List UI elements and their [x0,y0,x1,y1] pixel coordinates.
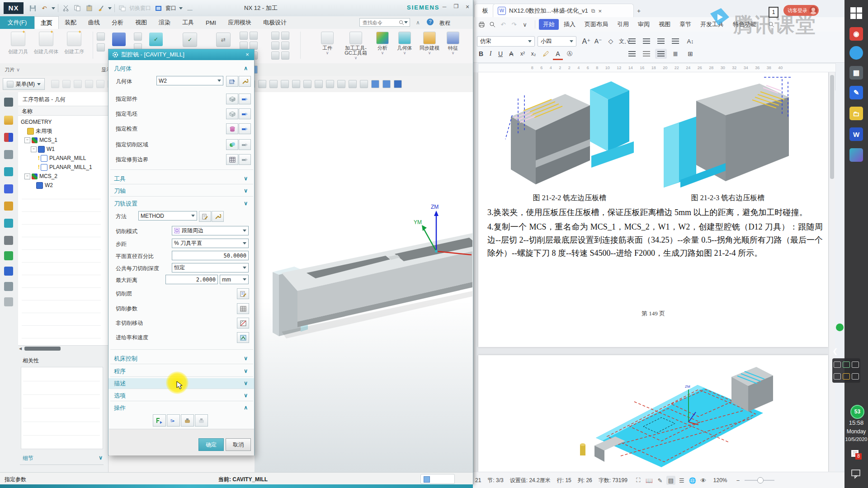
ok-button[interactable]: 确定 [198,438,224,451]
select-geometry-icon[interactable] [226,76,238,87]
collapse-icon[interactable]: − [31,146,37,152]
finder-dropdown-icon[interactable] [404,21,408,25]
wps-vertical-scrollbar[interactable] [829,72,835,472]
navigator-hscrollbar[interactable]: ◀ [18,345,108,352]
window-switch-icon[interactable] [118,4,127,13]
news-icon[interactable]: 8 [851,450,861,460]
zoom-out-icon[interactable]: − [734,476,743,485]
print-preview-icon[interactable] [488,20,497,29]
bullet-list-icon[interactable] [626,36,638,46]
blank-geometry-icon[interactable] [226,108,238,119]
fullscreen-icon[interactable]: ⛶ [634,476,643,485]
geometry-section-header[interactable]: 几何体 [114,65,132,73]
dialog-title-bar[interactable]: 型腔铣 - [CAVITY_MILL] × [108,49,254,60]
chevron-down-icon[interactable]: ∨ [244,188,248,194]
edit-mode-icon[interactable]: ✎ [656,476,665,485]
taskbar-browser-icon[interactable] [849,46,863,60]
tool-axis-section-header[interactable]: 刀轴 [114,187,126,195]
new-tab-button[interactable]: ＋ [628,4,649,18]
undo-icon[interactable]: ↶ [40,4,49,13]
nx-title-bar[interactable]: NX ↶ 切换窗口 [0,0,473,17]
status-mini-panel[interactable] [420,474,455,484]
guest-login-button[interactable]: 访客登录 [783,5,819,16]
check-geometry-icon[interactable] [226,123,238,134]
program-header[interactable]: 程序 [114,367,126,375]
numbered-list-icon[interactable] [641,36,652,46]
close-button[interactable]: × [463,3,472,10]
horizontal-ruler[interactable]: 8 6 4 2 2 4 6 8 10 12 14 16 18 20 22 24 … [478,63,836,72]
tool-section-header[interactable]: 工具 [114,175,126,183]
superscript-icon[interactable]: x² [518,49,528,59]
layout-icon[interactable] [852,373,859,380]
tab-tools[interactable]: 工具 [176,16,200,29]
page-view-icon[interactable]: ▤ [666,476,675,485]
classroom-mini-toolbar[interactable] [832,358,860,383]
feeds-icon[interactable] [237,332,249,343]
cut-area-icon[interactable] [226,139,238,150]
document-tab[interactable]: W NX12.0数控加...-林盛-优化_v1 ⧉ × [493,4,634,18]
undo-icon[interactable]: ↶ [499,20,508,29]
save-icon[interactable] [28,4,37,13]
tree-row-unused[interactable]: 未用项 [18,127,117,136]
machine-control-header[interactable]: 机床控制 [114,355,137,363]
menu-button[interactable]: 菜单(M) [3,78,45,90]
screen-share-icon[interactable] [834,361,841,368]
decrease-font-icon[interactable]: A⁻ [593,36,604,46]
command-finder-input[interactable] [362,19,399,26]
resourcebar-icon-internet[interactable] [4,236,13,245]
cut-area-select-icon[interactable] [239,139,251,150]
taskbar-calculator-icon[interactable]: ▦ [849,66,863,80]
underline-icon[interactable]: U [496,49,505,59]
verify-toolpath-icon[interactable]: ✓ [149,33,163,46]
scroll-left-icon[interactable]: ◀ [19,347,22,351]
hscroll-thumb[interactable] [24,347,61,351]
taskbar-folder-icon[interactable]: 🗀 [849,107,863,120]
options-header[interactable]: 选项 [114,392,126,400]
ribbon-group-feature[interactable]: 特征∨ [444,32,462,55]
taskbar-nx-icon[interactable] [849,148,863,162]
resourcebar-icon-palette[interactable] [4,267,13,276]
member-icon[interactable] [852,361,859,368]
qat-customize-icon[interactable]: ᎗ [185,4,194,13]
wps-tab-pagelayout[interactable]: 页面布局 [580,19,612,30]
taskbar-classroom-icon[interactable]: ◉ [849,27,863,41]
brush-icon[interactable] [96,4,105,13]
cut-params-icon[interactable] [237,303,249,314]
cut-levels-icon[interactable] [237,288,249,299]
mic-icon[interactable] [843,373,850,380]
tab-application[interactable]: 应用模块 [222,16,257,29]
percent-input[interactable]: 50.0000 [172,251,249,260]
document-area[interactable]: 图 21-2-2 铣左边压板槽 图 21-2-3 铣右边压板槽 3.换装夹，使用… [472,72,829,472]
start-button-icon[interactable] [850,7,862,20]
zoom-slider-handle[interactable] [757,477,764,483]
tab-home[interactable]: 主页 [34,16,59,29]
chevron-down-icon[interactable]: ∨ [244,392,248,399]
cut-mode-select[interactable]: 跟随周边 [172,226,249,235]
sort-icon[interactable]: A↕ [684,36,697,46]
eye-protect-icon[interactable]: 👁 [699,476,708,485]
ribbon-group-gc-toolbox[interactable]: 加工工具-GC工具箱∨ [342,32,370,60]
resourcebar-icon-history[interactable] [4,251,13,260]
resourcebar-icon-hd3d[interactable] [4,219,13,228]
zoom-slider[interactable] [745,480,774,481]
stepover-select[interactable]: % 刀具平直 [172,239,249,248]
part-geometry-icon[interactable] [226,94,238,104]
resourcebar-gear-icon[interactable] [4,98,13,107]
method-select[interactable]: METHOD [138,211,197,221]
zoom-level[interactable]: 120% [713,477,727,483]
cut-icon[interactable] [61,4,70,13]
char-border-icon[interactable]: Ⓐ [565,49,575,59]
create-geometry-button[interactable]: 创建几何体 [32,32,61,55]
tutorial-link[interactable]: 教程 [439,19,450,27]
check-select-icon[interactable] [239,123,251,134]
tree-row-mcs1[interactable]: − MCS_1 [18,136,114,145]
wps-tab-review[interactable]: 审阅 [634,19,654,30]
chevron-up-icon[interactable]: ∧ [244,65,248,71]
web-view-icon[interactable]: 🌐 [688,476,697,485]
collapse-icon[interactable]: − [24,174,30,179]
scrollbar-thumb[interactable] [830,75,834,179]
tab-electrode[interactable]: 电极设计 [257,16,292,29]
ribbon-group-analysis[interactable]: 分析∨ [373,32,392,55]
resourcebar-icon-reuse[interactable] [4,202,13,211]
replay-icon[interactable]: 5▸ [167,414,180,427]
